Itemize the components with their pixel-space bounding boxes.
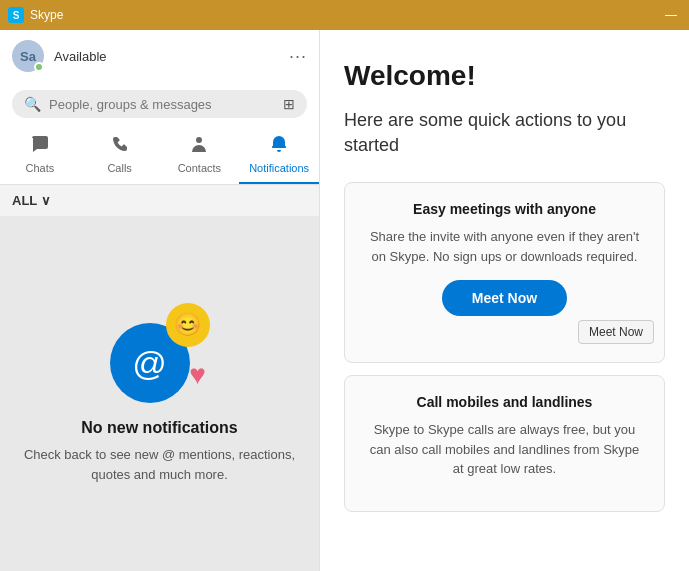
chevron-down-icon: ∨ [41,193,51,208]
tab-chats[interactable]: Chats [0,126,80,184]
calls-card-description: Skype to Skype calls are always free, bu… [365,420,644,479]
empty-state-description: Check back to see new @ mentions, reacti… [20,445,299,484]
calls-card: Call mobiles and landlines Skype to Skyp… [344,375,665,512]
titlebar-title: Skype [30,8,63,22]
contacts-tab-icon [189,134,209,159]
notifications-empty-state: @ 😊 ♥ No new notifications Check back to… [0,216,319,571]
titlebar-left: S Skype [8,7,63,23]
tab-contacts[interactable]: Contacts [160,126,240,184]
tab-calls[interactable]: Calls [80,126,160,184]
tab-notifications[interactable]: Notifications [239,126,319,184]
more-options-button[interactable]: ··· [289,46,307,67]
search-icon: 🔍 [24,96,41,112]
profile-bar: Sa Available ··· [0,30,319,82]
titlebar-controls: — [661,8,681,22]
avatar[interactable]: Sa [12,40,44,72]
calls-tab-icon [110,134,130,159]
meet-now-button[interactable]: Meet Now [442,280,567,316]
meetings-card-title: Easy meetings with anyone [365,201,644,217]
grid-icon[interactable]: ⊞ [283,96,295,112]
contacts-tab-label: Contacts [178,162,221,174]
filter-button[interactable]: ALL ∨ [12,193,307,208]
filter-label: ALL [12,193,37,208]
heart-icon: ♥ [180,359,216,395]
search-input-wrapper: 🔍 ⊞ [12,90,307,118]
profile-status-text: Available [54,49,279,64]
search-bar: 🔍 ⊞ [0,82,319,126]
main-content: Welcome! Here are some quick actions to … [320,30,689,571]
meet-now-tooltip: Meet Now [578,320,654,344]
calls-tab-label: Calls [107,162,131,174]
chats-tab-icon [30,134,50,159]
welcome-subtitle: Here are some quick actions to you start… [344,108,665,158]
meetings-card-description: Share the invite with anyone even if the… [365,227,644,266]
smiley-icon: 😊 [166,303,210,347]
titlebar: S Skype — [0,0,689,30]
notifications-tab-label: Notifications [249,162,309,174]
avatar-status-indicator [34,62,44,72]
welcome-title: Welcome! [344,60,665,92]
minimize-button[interactable]: — [661,8,681,22]
main-layout: Sa Available ··· 🔍 ⊞ Chats [0,30,689,571]
nav-tabs: Chats Calls Contacts [0,126,319,185]
search-input[interactable] [49,97,275,112]
empty-state-title: No new notifications [81,419,237,437]
skype-icon: S [8,7,24,23]
notifications-illustration: @ 😊 ♥ [100,303,220,403]
notifications-tab-icon [269,134,289,159]
chats-tab-label: Chats [26,162,55,174]
meet-now-container: Meet Now Meet Now [365,280,644,344]
avatar-initials: Sa [20,49,36,64]
sidebar: Sa Available ··· 🔍 ⊞ Chats [0,30,320,571]
calls-card-title: Call mobiles and landlines [365,394,644,410]
filter-bar: ALL ∨ [0,185,319,216]
meetings-card: Easy meetings with anyone Share the invi… [344,182,665,363]
